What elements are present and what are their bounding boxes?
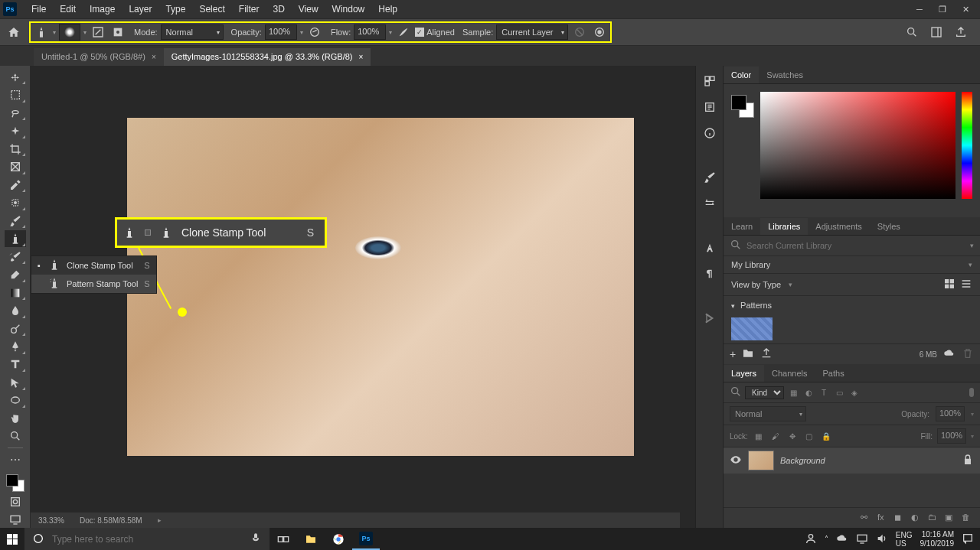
lock-position-icon[interactable]: ✥	[786, 430, 799, 442]
mode-dropdown[interactable]: Normal	[161, 24, 224, 40]
shape-tool[interactable]	[5, 392, 26, 408]
photoshop-taskbar-icon[interactable]: Ps	[352, 528, 380, 550]
lasso-tool[interactable]	[5, 105, 26, 121]
minimize-button[interactable]: ─	[908, 1, 931, 18]
clone-stamp-tool[interactable]	[5, 230, 26, 246]
start-button[interactable]	[0, 528, 24, 550]
menu-view[interactable]: View	[292, 1, 325, 18]
crop-tool[interactable]	[5, 141, 26, 157]
tray-expand-icon[interactable]: ˄	[825, 535, 828, 543]
onedrive-icon[interactable]	[836, 532, 848, 546]
volume-icon[interactable]	[876, 532, 888, 546]
filter-smart-icon[interactable]: ◈	[848, 386, 861, 399]
cloud-icon[interactable]	[943, 347, 956, 361]
healing-brush-tool[interactable]	[5, 194, 26, 210]
tool-preset-picker[interactable]	[33, 24, 50, 41]
sample-dropdown[interactable]: Current Layer	[496, 24, 567, 40]
quick-selection-tool[interactable]	[5, 122, 26, 138]
canvas-area[interactable]: Clone Stamp Tool S	[31, 66, 695, 528]
folder-icon[interactable]	[742, 347, 754, 361]
language-indicator[interactable]: ENG US	[896, 531, 913, 548]
layers-tab[interactable]: Layers	[724, 365, 764, 382]
menu-file[interactable]: File	[24, 1, 53, 18]
libraries-tab[interactable]: Libraries	[760, 218, 808, 235]
color-field[interactable]	[760, 92, 956, 199]
character-panel-icon[interactable]	[702, 240, 717, 255]
foreground-color-swatch[interactable]	[6, 474, 18, 487]
menu-layer[interactable]: Layer	[122, 1, 158, 18]
airbrush-icon[interactable]	[395, 24, 412, 41]
channels-tab[interactable]: Channels	[764, 365, 815, 382]
list-view-icon[interactable]	[960, 278, 972, 291]
visibility-icon[interactable]	[730, 454, 742, 467]
brush-settings-panel-icon[interactable]	[702, 196, 717, 211]
task-view-icon[interactable]	[270, 528, 297, 550]
pen-tool[interactable]	[5, 338, 26, 354]
move-tool[interactable]	[5, 69, 26, 85]
opacity-input[interactable]: 100%	[265, 24, 297, 40]
history-panel-icon[interactable]	[702, 73, 717, 89]
layer-name[interactable]: Background	[780, 456, 825, 465]
brush-settings-icon[interactable]	[90, 24, 106, 41]
quick-mask-icon[interactable]	[5, 493, 26, 509]
chevron-right-icon[interactable]: ▸	[158, 516, 162, 524]
flyout-clone-stamp[interactable]: ▪ Clone Stamp Tool S	[31, 256, 156, 275]
learn-tab[interactable]: Learn	[724, 218, 760, 235]
grid-view-icon[interactable]	[943, 278, 956, 291]
link-layers-icon[interactable]: ⚯	[861, 513, 871, 523]
paths-tab[interactable]: Paths	[815, 365, 852, 382]
history-brush-tool[interactable]	[5, 249, 26, 265]
lock-image-icon[interactable]: 🖌	[769, 430, 782, 442]
lock-transparent-icon[interactable]: ▦	[753, 430, 765, 442]
upload-icon[interactable]	[760, 347, 773, 361]
flyout-pattern-stamp[interactable]: Pattern Stamp Tool S	[31, 275, 156, 293]
styles-tab[interactable]: Styles	[870, 218, 908, 235]
filter-type-icon[interactable]: T	[818, 386, 830, 399]
library-search-input[interactable]	[746, 241, 970, 250]
group-icon[interactable]: 🗀	[928, 513, 939, 523]
mic-icon[interactable]	[250, 532, 262, 546]
layer-thumbnail[interactable]	[748, 451, 774, 470]
trash-icon[interactable]	[962, 347, 974, 361]
clone-source-icon[interactable]	[109, 24, 126, 41]
lock-artboard-icon[interactable]: ▢	[803, 430, 815, 442]
dodge-tool[interactable]	[5, 321, 26, 337]
new-layer-icon[interactable]: ▣	[945, 513, 956, 523]
filter-pixel-icon[interactable]: ▦	[787, 386, 799, 399]
adjustment-layer-icon[interactable]: ◐	[911, 513, 922, 523]
delete-layer-icon[interactable]: 🗑	[962, 513, 972, 523]
layer-fill-input[interactable]: 100%	[937, 428, 966, 444]
hand-tool[interactable]	[5, 410, 26, 426]
taskbar-search[interactable]	[24, 528, 270, 550]
actions-panel-icon[interactable]	[702, 311, 717, 326]
taskbar-search-input[interactable]	[52, 534, 242, 545]
layer-filter-kind[interactable]: Kind	[745, 386, 784, 399]
library-selector[interactable]: My Library ▾	[724, 256, 980, 274]
library-view-selector[interactable]: View by Type ▾	[724, 274, 980, 296]
frame-tool[interactable]	[5, 158, 26, 174]
lock-icon[interactable]	[962, 454, 974, 467]
color-tab[interactable]: Color	[724, 67, 759, 83]
brushes-panel-icon[interactable]	[702, 170, 717, 185]
flow-input[interactable]: 100%	[354, 24, 386, 40]
network-icon[interactable]	[856, 532, 868, 546]
opacity-pressure-icon[interactable]	[306, 24, 323, 41]
gradient-tool[interactable]	[5, 285, 26, 301]
filter-adjustment-icon[interactable]: ◐	[802, 386, 815, 399]
layer-mask-icon[interactable]: ◼	[894, 513, 905, 523]
paragraph-panel-icon[interactable]	[702, 266, 717, 282]
brush-tool[interactable]	[5, 213, 26, 229]
menu-image[interactable]: Image	[83, 1, 122, 18]
lock-all-icon[interactable]: 🔒	[820, 430, 832, 442]
blur-tool[interactable]	[5, 302, 26, 318]
edit-toolbar[interactable]: ⋯	[5, 451, 26, 467]
menu-select[interactable]: Select	[192, 1, 231, 18]
menu-help[interactable]: Help	[371, 1, 404, 18]
menu-3d[interactable]: 3D	[266, 1, 291, 18]
color-swatches[interactable]	[6, 474, 24, 492]
adjustments-tab[interactable]: Adjustments	[808, 218, 870, 235]
path-selection-tool[interactable]	[5, 374, 26, 390]
close-tab-icon[interactable]: ×	[359, 53, 364, 61]
properties-panel-icon[interactable]	[702, 99, 717, 115]
marquee-tool[interactable]	[5, 86, 26, 103]
